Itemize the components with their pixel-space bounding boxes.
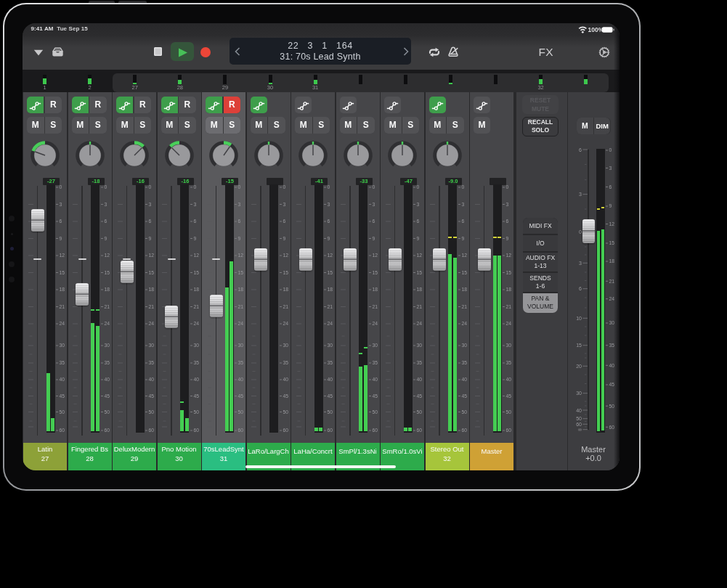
svg-text:3: 3 [283,202,285,207]
svg-text:9: 9 [104,236,107,241]
svg-text:24: 24 [417,321,423,326]
svg-text:9: 9 [609,203,612,208]
svg-text:50: 50 [104,409,110,415]
svg-text:15: 15 [372,270,378,275]
svg-text:21: 21 [193,304,199,309]
svg-text:35: 35 [238,360,244,365]
svg-text:45: 45 [283,393,288,399]
svg-text:3: 3 [104,202,107,207]
svg-text:24: 24 [461,321,467,326]
svg-text:50: 50 [372,409,378,415]
svg-text:∞: ∞ [578,427,582,432]
svg-text:12: 12 [506,253,512,258]
svg-text:60: 60 [328,428,333,433]
svg-text:50: 50 [149,409,155,415]
svg-text:3: 3 [238,202,241,207]
svg-text:60: 60 [104,428,110,433]
svg-text:18: 18 [104,287,110,292]
svg-text:45: 45 [328,393,333,399]
svg-text:60: 60 [149,428,155,433]
svg-text:10: 10 [576,316,582,321]
svg-text:40: 40 [461,377,467,382]
svg-text:30: 30 [149,343,155,348]
svg-text:18: 18 [60,287,65,292]
svg-text:60: 60 [372,428,378,433]
svg-text:12: 12 [193,253,199,258]
svg-text:6: 6 [372,219,375,224]
svg-text:40: 40 [283,377,288,382]
svg-text:45: 45 [193,393,199,399]
svg-text:21: 21 [283,304,288,309]
svg-text:6: 6 [104,219,107,224]
svg-text:35: 35 [149,360,155,365]
svg-text:24: 24 [372,321,378,326]
svg-text:3: 3 [193,202,196,207]
svg-text:60: 60 [461,428,467,433]
svg-text:0: 0 [60,184,62,189]
svg-text:35: 35 [104,360,110,365]
svg-text:24: 24 [104,321,110,326]
svg-text:60: 60 [576,422,582,427]
svg-text:21: 21 [104,304,110,309]
svg-text:9: 9 [193,236,196,241]
svg-text:50: 50 [576,416,582,421]
svg-text:35: 35 [417,360,423,365]
svg-text:60: 60 [238,428,244,433]
svg-text:50: 50 [193,409,199,415]
svg-text:6: 6 [609,184,612,189]
svg-text:60: 60 [417,428,423,433]
svg-text:3: 3 [328,202,330,207]
svg-text:6: 6 [193,219,196,224]
svg-text:0: 0 [149,184,152,189]
svg-text:6: 6 [328,219,330,224]
svg-text:21: 21 [149,304,155,309]
svg-text:35: 35 [506,360,512,365]
svg-text:15: 15 [60,270,65,275]
svg-text:18: 18 [461,287,467,292]
svg-text:45: 45 [238,393,244,399]
svg-text:30: 30 [417,343,423,348]
svg-text:40: 40 [506,377,512,382]
svg-text:60: 60 [283,428,288,433]
svg-text:15: 15 [506,270,512,275]
svg-text:3: 3 [60,202,62,207]
svg-text:0: 0 [283,184,285,189]
svg-text:45: 45 [149,393,155,399]
svg-text:40: 40 [417,377,423,382]
svg-text:24: 24 [238,321,244,326]
svg-text:9: 9 [283,236,285,241]
svg-text:24: 24 [506,321,512,326]
svg-text:0: 0 [193,184,196,189]
svg-text:40: 40 [372,377,378,382]
svg-text:60: 60 [506,428,512,433]
svg-text:40: 40 [576,408,582,413]
svg-text:30: 30 [372,343,378,348]
svg-text:15: 15 [461,270,467,275]
svg-text:21: 21 [417,304,423,309]
svg-text:20: 20 [576,364,582,369]
svg-text:18: 18 [328,287,333,292]
svg-text:3: 3 [579,192,582,197]
svg-text:0: 0 [372,184,375,189]
svg-text:9: 9 [149,236,152,241]
svg-text:45: 45 [104,393,110,399]
svg-text:30: 30 [193,343,199,348]
svg-text:50: 50 [283,409,288,415]
svg-text:21: 21 [60,304,65,309]
svg-text:9: 9 [417,236,420,241]
svg-text:6: 6 [238,219,241,224]
svg-text:12: 12 [283,253,288,258]
svg-text:100%: 100% [588,26,604,33]
svg-text:15: 15 [576,343,582,348]
svg-text:35: 35 [461,360,467,365]
svg-text:30: 30 [60,343,65,348]
svg-text:60: 60 [193,428,199,433]
svg-text:0: 0 [104,184,107,189]
svg-text:0: 0 [461,184,464,189]
svg-text:40: 40 [328,377,333,382]
svg-text:45: 45 [417,393,423,399]
svg-text:0: 0 [328,184,330,189]
svg-text:3: 3 [506,202,509,207]
svg-text:40: 40 [149,377,155,382]
svg-text:12: 12 [238,253,244,258]
